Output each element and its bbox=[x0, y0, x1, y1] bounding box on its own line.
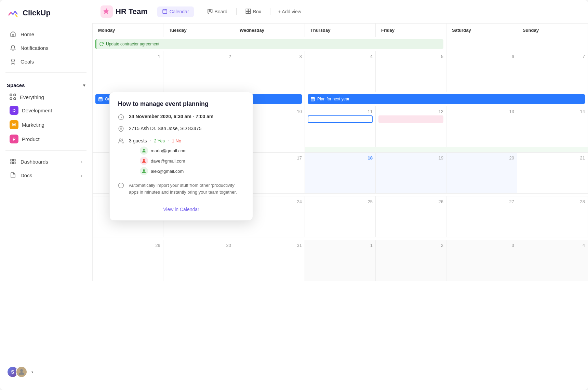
day-next-4[interactable]: 4 bbox=[517, 240, 588, 281]
day-header-monday: Monday bbox=[93, 24, 163, 37]
svg-point-28 bbox=[143, 149, 145, 151]
guest-header: 3 guests · 2 Yes · 1 No bbox=[129, 138, 187, 144]
tab-board[interactable]: Board bbox=[202, 6, 232, 17]
add-view-label: + Add view bbox=[278, 9, 301, 14]
day-30[interactable]: 30 bbox=[163, 240, 234, 281]
day-header-wednesday: Wednesday bbox=[234, 24, 305, 37]
tab-box[interactable]: Box bbox=[241, 6, 266, 17]
dashboards-icon bbox=[10, 158, 16, 165]
svg-rect-1 bbox=[11, 159, 12, 161]
app-name: ClickUp bbox=[23, 9, 51, 17]
day-header-friday: Friday bbox=[376, 24, 446, 37]
day-18[interactable]: 18 bbox=[305, 153, 376, 194]
event-popup-overlay: How to manage event planning 24 November… bbox=[109, 92, 253, 221]
sidebar-item-goals[interactable]: Goals bbox=[3, 55, 89, 68]
day-29[interactable]: 29 bbox=[93, 240, 163, 281]
day-26[interactable]: 26 bbox=[376, 196, 446, 237]
yes-badge: 2 Yes bbox=[154, 138, 165, 143]
sidebar-item-home[interactable]: Home bbox=[3, 27, 89, 41]
day11-event[interactable] bbox=[308, 115, 373, 123]
sidebar-item-notifications[interactable]: Notifications bbox=[3, 41, 89, 55]
add-view-button[interactable]: + Add view bbox=[275, 7, 305, 16]
sidebar-divider-2 bbox=[5, 150, 86, 151]
goals-label: Goals bbox=[21, 59, 34, 65]
sidebar-footer: S ▾ bbox=[0, 361, 92, 383]
avatar-stack: S bbox=[7, 366, 25, 378]
svg-point-29 bbox=[143, 159, 145, 161]
day-19[interactable]: 19 bbox=[376, 153, 446, 194]
day-31[interactable]: 31 bbox=[234, 240, 305, 281]
day-13[interactable]: 13 bbox=[446, 106, 517, 147]
all-day-event-label: Update contractor agreement bbox=[106, 42, 159, 46]
day-28[interactable]: 28 bbox=[517, 196, 588, 237]
everything-icon bbox=[10, 94, 16, 100]
sidebar-item-product[interactable]: P Product bbox=[3, 132, 89, 146]
svg-point-30 bbox=[143, 169, 145, 171]
day-next-2[interactable]: 2 bbox=[376, 240, 446, 281]
day-7[interactable]: 7 bbox=[517, 51, 588, 92]
day-14[interactable]: 14 bbox=[517, 106, 588, 147]
day-1[interactable]: 1 bbox=[93, 51, 163, 92]
guest-count: 3 guests bbox=[129, 138, 147, 143]
plan-event-label: Plan for next year bbox=[317, 97, 349, 101]
tab-calendar[interactable]: Calendar bbox=[157, 6, 194, 17]
sidebar-item-dashboards[interactable]: Dashboards › bbox=[3, 155, 89, 168]
day-20[interactable]: 20 bbox=[446, 153, 517, 194]
tab-divider-1 bbox=[198, 8, 198, 15]
logo[interactable]: ClickUp bbox=[0, 7, 92, 27]
board-tab-icon bbox=[207, 9, 213, 15]
day-25[interactable]: 25 bbox=[305, 196, 376, 237]
svg-rect-13 bbox=[246, 9, 248, 11]
location-icon bbox=[118, 126, 125, 133]
day-4[interactable]: 4 bbox=[305, 51, 376, 92]
svg-rect-21 bbox=[311, 97, 315, 101]
header: HR Team Calendar Board Box + A bbox=[92, 0, 588, 24]
day-5[interactable]: 5 bbox=[376, 51, 446, 92]
view-in-calendar-link[interactable]: View in Calendar bbox=[118, 207, 244, 212]
svg-rect-11 bbox=[209, 9, 210, 12]
workspace-title: HR Team bbox=[116, 7, 148, 16]
all-day-event-bar[interactable]: Update contractor agreement bbox=[95, 39, 443, 49]
day-6[interactable]: 6 bbox=[446, 51, 517, 92]
popup-divider bbox=[118, 201, 244, 201]
avatar-secondary bbox=[16, 366, 27, 378]
day-3[interactable]: 3 bbox=[234, 51, 305, 92]
calendar-tab-icon bbox=[162, 9, 168, 15]
sidebar: ClickUp Home Notifications Goals Spaces … bbox=[0, 0, 92, 390]
sidebar-item-development[interactable]: D Development bbox=[3, 103, 89, 117]
bell-icon bbox=[10, 44, 16, 51]
day-header-thursday: Thursday bbox=[305, 24, 376, 37]
clock-icon bbox=[118, 114, 125, 121]
spaces-chevron-icon[interactable]: ▾ bbox=[83, 83, 85, 88]
dashboards-arrow-icon: › bbox=[81, 159, 82, 165]
product-badge: P bbox=[10, 135, 18, 143]
board-tab-label: Board bbox=[215, 9, 227, 14]
marketing-badge: M bbox=[10, 120, 18, 129]
plan-next-year-event[interactable]: Plan for next year bbox=[308, 94, 585, 104]
day12-event-pink[interactable] bbox=[378, 115, 443, 123]
day-12[interactable]: 12 bbox=[376, 106, 446, 147]
sidebar-item-docs[interactable]: Docs › bbox=[3, 168, 89, 182]
spaces-section-header: Spaces ▾ bbox=[0, 77, 92, 91]
svg-rect-2 bbox=[14, 159, 15, 161]
sidebar-item-everything[interactable]: Everything bbox=[3, 91, 89, 103]
footer-dropdown-icon[interactable]: ▾ bbox=[31, 370, 33, 374]
no-badge: 1 No bbox=[172, 138, 181, 143]
all-day-event-cell: Update contractor agreement bbox=[93, 37, 446, 51]
dashboards-label: Dashboards bbox=[21, 159, 48, 165]
sidebar-item-marketing[interactable]: M Marketing bbox=[3, 117, 89, 132]
day-21[interactable]: 21 bbox=[517, 153, 588, 194]
day-next-1[interactable]: 1 bbox=[305, 240, 376, 281]
svg-rect-4 bbox=[14, 162, 15, 164]
svg-rect-15 bbox=[246, 11, 248, 13]
popup-guests-row: 3 guests · 2 Yes · 1 No mario@gmail.com bbox=[118, 138, 244, 177]
guest-avatar-alex bbox=[140, 167, 148, 175]
svg-rect-17 bbox=[99, 97, 103, 101]
day-next-3[interactable]: 3 bbox=[446, 240, 517, 281]
day-11[interactable]: 11 bbox=[305, 106, 376, 147]
popup-info-row: Automatically import your stuff from oth… bbox=[118, 182, 244, 195]
day-2[interactable]: 2 bbox=[163, 51, 234, 92]
day-27[interactable]: 27 bbox=[446, 196, 517, 237]
day-header-sunday: Sunday bbox=[517, 24, 588, 37]
guests-details: 3 guests · 2 Yes · 1 No mario@gmail.com bbox=[129, 138, 187, 177]
